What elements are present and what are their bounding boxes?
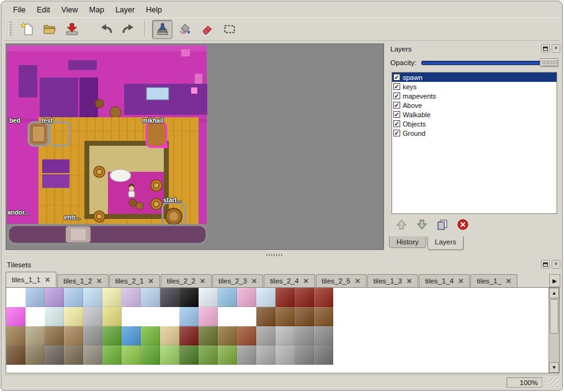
tab-close-icon[interactable]: ✕ [355, 278, 360, 285]
layer-row-mapevents[interactable]: ✓mapevents [392, 91, 557, 100]
tile[interactable] [25, 345, 45, 365]
opacity-slider-handle[interactable] [540, 58, 558, 67]
tile[interactable] [6, 288, 25, 307]
scrollbar-thumb[interactable] [550, 299, 558, 334]
menu-layer[interactable]: Layer [110, 4, 140, 16]
tile[interactable] [314, 345, 333, 365]
tile[interactable] [141, 307, 160, 326]
tile[interactable] [83, 307, 102, 326]
redo-button[interactable] [118, 20, 138, 39]
tile[interactable] [295, 326, 314, 345]
bucket-fill-tool-button[interactable] [174, 20, 195, 39]
tile[interactable] [179, 288, 199, 307]
map-canvas[interactable]: bed test mikhail start... entr... andor.… [6, 43, 384, 250]
tab-close-icon[interactable]: ✕ [148, 278, 154, 285]
layer-visibility-checkbox[interactable]: ✓ [393, 130, 400, 136]
tileset-tab-tiles_1_1[interactable]: tiles_1_1✕ [6, 272, 56, 287]
resize-grip[interactable] [549, 378, 558, 388]
tile[interactable] [6, 307, 25, 326]
stamp-brush-tool-button[interactable] [152, 20, 172, 39]
opacity-slider[interactable] [421, 58, 558, 68]
tile[interactable] [295, 345, 314, 365]
layer-row-Objects[interactable]: ✓Objects [392, 119, 557, 128]
float-panel-button[interactable] [541, 260, 550, 269]
tile[interactable] [45, 307, 64, 326]
tile[interactable] [295, 288, 314, 307]
tileset-vertical-scrollbar[interactable]: ▲ ▼ [548, 288, 559, 373]
scroll-down-button[interactable]: ▼ [549, 362, 559, 373]
tileset-tab-tiles_2_4[interactable]: tiles_2_4✕ [264, 274, 315, 287]
tilesets-panel-titlebar[interactable]: Tilesets × [4, 259, 562, 270]
tile[interactable] [218, 307, 237, 326]
scroll-up-button[interactable]: ▲ [549, 288, 559, 298]
layer-row-Above[interactable]: ✓Above [392, 100, 557, 110]
tile[interactable] [275, 307, 295, 326]
menu-view[interactable]: View [56, 4, 84, 16]
menu-map[interactable]: Map [84, 4, 110, 16]
tile[interactable] [256, 288, 275, 307]
tab-close-icon[interactable]: ✕ [200, 278, 205, 285]
undo-button[interactable] [96, 20, 116, 39]
lower-layer-button[interactable] [414, 216, 430, 233]
tile[interactable] [122, 345, 141, 365]
tab-close-icon[interactable]: ✕ [303, 278, 308, 285]
tile[interactable] [256, 307, 275, 326]
tile[interactable] [102, 345, 122, 365]
tile[interactable] [218, 345, 237, 365]
tile[interactable] [102, 288, 122, 307]
opacity-slider-track[interactable] [421, 61, 558, 65]
tile[interactable] [64, 288, 83, 307]
tile[interactable] [141, 288, 160, 307]
close-panel-button[interactable]: × [552, 44, 560, 53]
tileset-tab-tiles_1_3[interactable]: tiles_1_3✕ [367, 274, 418, 287]
layer-row-keys[interactable]: ✓keys [392, 82, 557, 91]
tile[interactable] [64, 307, 83, 326]
tile[interactable] [199, 326, 218, 345]
tile[interactable] [275, 288, 295, 307]
eraser-tool-button[interactable] [197, 20, 217, 39]
layer-visibility-checkbox[interactable]: ✓ [393, 74, 400, 81]
tile[interactable] [64, 326, 83, 345]
tileset-tab-tiles_2_1[interactable]: tiles_2_1✕ [109, 274, 160, 287]
tile[interactable] [160, 288, 179, 307]
tileset-tab-tiles_1_2[interactable]: tiles_1_2✕ [57, 274, 108, 287]
tileset-tab-tiles_2_5[interactable]: tiles_2_5✕ [316, 274, 367, 287]
tile[interactable] [25, 307, 45, 326]
tileset-view[interactable]: ▲ ▼ [6, 287, 560, 373]
tile[interactable] [275, 326, 295, 345]
tile[interactable] [64, 345, 83, 365]
tile[interactable] [295, 307, 314, 326]
tile[interactable] [160, 307, 179, 326]
layer-visibility-checkbox[interactable]: ✓ [393, 111, 400, 118]
tile[interactable] [122, 307, 141, 326]
layer-visibility-checkbox[interactable]: ✓ [393, 120, 400, 127]
layer-row-spawn[interactable]: ✓spawn [392, 73, 557, 82]
tileset-tab-tiles_2_2[interactable]: tiles_2_2✕ [161, 274, 212, 287]
tile[interactable] [237, 326, 256, 345]
tile[interactable] [160, 326, 179, 345]
tile[interactable] [256, 326, 275, 345]
tab-history[interactable]: History [389, 236, 426, 248]
tile[interactable] [218, 288, 237, 307]
tile[interactable] [314, 288, 333, 307]
tile[interactable] [6, 345, 25, 365]
tile[interactable] [218, 326, 237, 345]
tab-close-icon[interactable]: ✕ [506, 278, 511, 285]
layers-panel-titlebar[interactable]: Layers × [387, 43, 562, 55]
tile[interactable] [122, 326, 141, 345]
tileset-tab-tiles_2_3[interactable]: tiles_2_3✕ [212, 274, 263, 287]
tileset-tab-tiles_1_4[interactable]: tiles_1_4✕ [419, 274, 470, 287]
tile[interactable] [83, 326, 102, 345]
tile[interactable] [179, 345, 199, 365]
layer-visibility-checkbox[interactable]: ✓ [393, 102, 400, 109]
tab-scroll-right-button[interactable]: ▶ [549, 274, 560, 287]
tile[interactable] [122, 288, 141, 307]
tile[interactable] [314, 307, 333, 326]
float-panel-button[interactable] [541, 44, 550, 53]
layer-visibility-checkbox[interactable]: ✓ [393, 83, 400, 90]
new-file-button[interactable] [17, 20, 37, 39]
save-button[interactable] [61, 20, 82, 39]
tab-layers[interactable]: Layers [427, 236, 464, 250]
menu-edit[interactable]: Edit [31, 4, 56, 16]
tile[interactable] [199, 307, 218, 326]
